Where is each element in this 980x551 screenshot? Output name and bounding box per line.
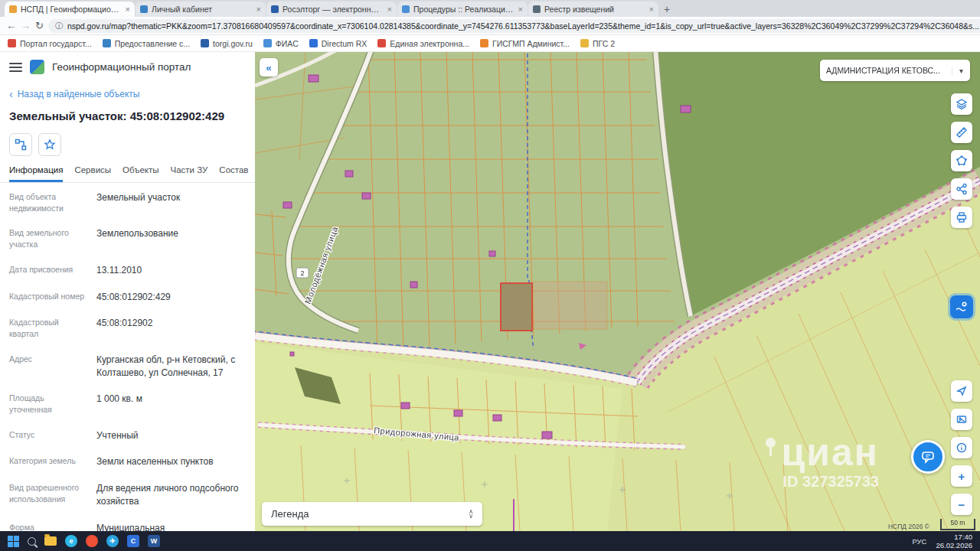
bookmark-favicon-icon [480, 39, 488, 47]
field-value: Земельный участок [96, 191, 253, 214]
bookmark-item[interactable]: Directum RX [309, 39, 368, 48]
action-row [9, 133, 246, 156]
file-explorer-icon[interactable] [44, 536, 57, 546]
polygon-icon [956, 155, 968, 167]
layers-icon [956, 98, 968, 110]
map-canvas[interactable]: 2 Молодёжная улица Придорожная улица [255, 52, 980, 531]
region-selector[interactable]: АДМИНИСТРАЦИЯ КЕТОВС... [820, 60, 970, 81]
object-fields[interactable]: Вид объекта недвижимости Земельный участ… [0, 183, 255, 531]
edge-icon[interactable]: e [65, 535, 77, 547]
url-field[interactable]: nspd.gov.ru/map?thematic=PKK&zoom=17.370… [48, 19, 980, 33]
telegram-icon[interactable]: ✈ [106, 535, 119, 547]
sort-arrows-icon [469, 510, 482, 519]
bookmark-item[interactable]: torgi.gov.ru [201, 39, 253, 48]
field-row: Категория земель Земли населенных пункто… [9, 448, 253, 475]
clock[interactable]: 17:40 26.02.2026 [936, 533, 972, 550]
bookmark-label: Предоставление с... [115, 39, 190, 48]
close-icon[interactable] [649, 5, 654, 14]
basemap-button[interactable] [950, 295, 973, 318]
new-tab-button[interactable] [659, 2, 675, 17]
tab-favicon-icon [402, 5, 410, 13]
printer-icon [956, 211, 968, 223]
field-label: Форма собственности [9, 522, 87, 531]
clock-time: 17:40 [936, 533, 972, 541]
forward-icon[interactable] [21, 20, 31, 31]
field-value: Для ведения личного подсобного хозяйства [96, 482, 253, 508]
selected-parcel[interactable] [501, 283, 532, 331]
svg-text:2: 2 [300, 269, 304, 277]
field-label: Кадастровый квартал [9, 317, 87, 339]
close-icon[interactable] [387, 5, 392, 14]
bookmark-item[interactable]: Портал государст... [8, 39, 92, 48]
site-info-icon[interactable] [55, 21, 63, 31]
panel-header: Геоинформационный портал [0, 52, 255, 79]
panel-tab[interactable]: Состав [219, 165, 248, 182]
chevron-down-icon [952, 67, 970, 75]
browser-tab[interactable]: Процедуры :: Реализация госи... [397, 2, 528, 17]
app-c-icon[interactable]: C [127, 535, 139, 547]
chat-button[interactable] [911, 440, 945, 474]
field-value: 45:08:012902 [96, 317, 253, 339]
legend-dropdown[interactable]: Легенда [262, 502, 482, 526]
field-value: Землепользование [96, 227, 253, 249]
word-icon[interactable]: W [148, 535, 160, 547]
star-icon [44, 139, 56, 151]
zoom-out-button[interactable] [951, 494, 972, 515]
browser-tab[interactable]: Росэлторг — электронная торг... [266, 2, 397, 17]
share-button[interactable] [951, 178, 972, 200]
language-indicator[interactable]: РУС [912, 537, 926, 546]
back-icon[interactable] [6, 20, 16, 31]
field-label: Площадь уточненная [9, 393, 87, 415]
back-link-label: Назад в найденные объекты [18, 89, 140, 99]
panorama-button[interactable] [951, 409, 972, 430]
area-button[interactable] [951, 150, 972, 171]
tab-favicon-icon [533, 5, 541, 13]
bookmark-favicon-icon [8, 39, 16, 47]
object-info-button[interactable] [951, 437, 972, 458]
tab-favicon-icon [9, 5, 17, 13]
reload-icon[interactable] [35, 20, 44, 31]
zoom-in-button[interactable] [951, 465, 972, 487]
browser-tab[interactable]: Личный кабинет [136, 2, 266, 17]
close-icon[interactable] [256, 5, 261, 14]
field-label: Адрес [9, 354, 87, 380]
chat-icon [920, 449, 936, 465]
bookmark-item[interactable]: Предоставление с... [103, 39, 190, 48]
search-icon[interactable] [28, 537, 36, 546]
hamburger-menu-icon[interactable] [9, 63, 22, 72]
bookmark-item[interactable]: ПГС 2 [580, 39, 615, 48]
field-row: Статус Учтенный [9, 422, 253, 449]
close-icon[interactable] [518, 5, 523, 14]
favorite-button[interactable] [38, 133, 61, 156]
panel-tab[interactable]: Части ЗУ [171, 165, 208, 182]
bookmark-item[interactable]: Единая электронна... [377, 39, 469, 48]
bookmark-item[interactable]: ФИАС [263, 39, 299, 48]
close-icon[interactable] [126, 5, 130, 14]
back-to-results-link[interactable]: Назад в найденные объекты [9, 88, 246, 100]
side-panel: Геоинформационный портал Назад в найденн… [0, 52, 255, 531]
print-button[interactable] [951, 207, 972, 228]
browser-tab[interactable]: НСПД | Геоинформационный п [5, 2, 135, 17]
bookmark-label: Directum RX [322, 39, 368, 48]
measure-button[interactable] [951, 122, 972, 143]
collapse-panel-button[interactable] [260, 58, 278, 77]
browser-icon[interactable] [86, 535, 98, 547]
bookmark-label: ФИАС [276, 39, 299, 48]
tab-title: НСПД | Геоинформационный п [21, 5, 122, 14]
url-text[interactable]: nspd.gov.ru/map?thematic=PKK&zoom=17.370… [67, 21, 979, 31]
field-row: Кадастровый номер 45:08:012902:429 [9, 284, 253, 311]
start-button[interactable] [8, 536, 19, 547]
bookmark-item[interactable]: ГИСГМП Админист... [480, 39, 570, 48]
tab-title: Личный кабинет [152, 5, 253, 14]
panel-tab[interactable]: Сервисы [74, 165, 111, 182]
field-value: Земли населенных пунктов [96, 455, 253, 468]
panel-tab[interactable]: Объекты [122, 165, 158, 182]
legend-label: Легенда [262, 508, 469, 520]
locate-button[interactable] [951, 380, 972, 402]
route-objects-button[interactable] [9, 133, 32, 156]
panel-tab[interactable]: Информация [9, 165, 63, 182]
layers-button[interactable] [951, 93, 972, 115]
field-label: Вид земельного участка [9, 227, 87, 249]
field-value: Муниципальная [96, 522, 253, 531]
browser-tab[interactable]: Реестр извещений [528, 2, 658, 17]
